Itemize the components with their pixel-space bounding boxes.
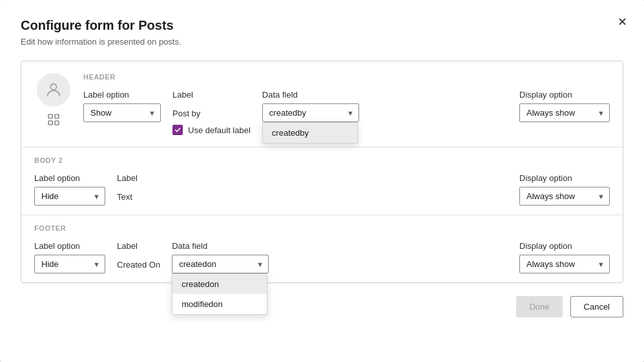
body2-section: BODY 2 Label option Hide Show ▼ Label bbox=[21, 147, 623, 215]
dialog-footer: Done Cancel bbox=[21, 296, 623, 317]
dialog-title: Configure form for Posts bbox=[21, 18, 623, 33]
footer-data-field-dropdown: createdon modifiedon bbox=[172, 273, 267, 315]
header-label-group: Label Post by Use default label bbox=[172, 90, 251, 135]
header-content: HEADER Label option Show Hide ▼ bbox=[83, 73, 610, 135]
footer-dropdown-item-createdon[interactable]: createdon bbox=[172, 274, 267, 294]
header-data-field-select-wrapper: createdby ▼ bbox=[262, 103, 359, 122]
header-dropdown-item-createdby[interactable]: createdby bbox=[263, 123, 357, 143]
footer-fields-row: Label option Hide Show ▼ Label Created O… bbox=[34, 241, 610, 273]
use-default-checkbox[interactable] bbox=[172, 125, 183, 135]
header-display-option-select[interactable]: Always show Hide bbox=[519, 103, 610, 122]
configure-dialog: Configure form for Posts Edit how inform… bbox=[0, 0, 644, 362]
avatar bbox=[37, 73, 70, 107]
header-use-default-row: Use default label bbox=[172, 125, 251, 135]
main-card: HEADER Label option Show Hide ▼ bbox=[21, 61, 623, 283]
footer-display-option-select[interactable]: Always show Hide bbox=[519, 255, 610, 273]
footer-data-field-select[interactable]: createdon modifiedon bbox=[172, 255, 269, 273]
footer-data-field-label: Data field bbox=[172, 241, 269, 251]
avatar-area bbox=[34, 73, 73, 127]
header-label-option-select-wrapper: Show Hide ▼ bbox=[83, 103, 161, 122]
header-data-field-label: Data field bbox=[262, 90, 359, 100]
checkmark-icon bbox=[174, 127, 181, 133]
footer-label-option-label: Label option bbox=[34, 241, 105, 251]
header-display-option-select-wrapper: Always show Hide ▼ bbox=[519, 103, 610, 122]
header-display-option-group: Display option Always show Hide ▼ bbox=[519, 90, 610, 122]
footer-data-field-select-wrapper: createdon modifiedon ▼ bbox=[172, 255, 269, 273]
header-label-text: Post by bbox=[172, 103, 251, 118]
footer-display-option-label: Display option bbox=[519, 241, 610, 251]
svg-rect-3 bbox=[48, 121, 52, 125]
header-data-field-select[interactable]: createdby bbox=[262, 103, 359, 122]
header-label-label: Label bbox=[172, 90, 251, 100]
svg-rect-4 bbox=[55, 121, 59, 125]
body2-label-group: Label Text bbox=[117, 173, 138, 202]
body2-display-option-select[interactable]: Always show Hide bbox=[519, 187, 610, 206]
svg-rect-2 bbox=[55, 114, 59, 118]
done-button[interactable]: Done bbox=[516, 296, 562, 317]
close-button[interactable]: ✕ bbox=[613, 13, 631, 31]
body2-display-option-select-wrapper: Always show Hide ▼ bbox=[519, 187, 610, 206]
person-icon bbox=[45, 81, 63, 99]
footer-section-label: FOOTER bbox=[34, 224, 610, 232]
svg-point-0 bbox=[50, 84, 56, 90]
body2-display-option-label: Display option bbox=[519, 173, 610, 183]
header-label-option-group: Label option Show Hide ▼ bbox=[83, 90, 161, 122]
header-data-field-dropdown: createdby bbox=[262, 122, 358, 144]
header-display-option-label: Display option bbox=[519, 90, 610, 100]
body2-label-option-select[interactable]: Hide Show bbox=[34, 187, 105, 206]
grid-icon bbox=[46, 112, 61, 127]
header-label-option-label: Label option bbox=[83, 90, 161, 100]
body2-label-text: Text bbox=[117, 187, 138, 202]
footer-display-option-group: Display option Always show Hide ▼ bbox=[519, 241, 610, 273]
footer-label-option-select[interactable]: Hide Show bbox=[34, 255, 105, 273]
footer-label-label: Label bbox=[117, 241, 160, 251]
footer-label-option-select-wrapper: Hide Show ▼ bbox=[34, 255, 105, 273]
body2-section-label: BODY 2 bbox=[34, 156, 610, 164]
header-fields-row: Label option Show Hide ▼ Label Post by bbox=[83, 90, 610, 135]
body2-label-label: Label bbox=[117, 173, 138, 183]
header-label-option-select[interactable]: Show Hide bbox=[83, 103, 161, 122]
use-default-label: Use default label bbox=[188, 125, 251, 135]
footer-label-group: Label Created On bbox=[117, 241, 160, 270]
body2-label-option-group: Label option Hide Show ▼ bbox=[34, 173, 105, 206]
body2-label-option-select-wrapper: Hide Show ▼ bbox=[34, 187, 105, 206]
header-section-label: HEADER bbox=[83, 73, 610, 81]
footer-label-option-group: Label option Hide Show ▼ bbox=[34, 241, 105, 273]
footer-display-option-select-wrapper: Always show Hide ▼ bbox=[519, 255, 610, 273]
body2-display-option-group: Display option Always show Hide ▼ bbox=[519, 173, 610, 206]
header-data-field-group: Data field createdby ▼ createdby bbox=[262, 90, 359, 122]
header-section: HEADER Label option Show Hide ▼ bbox=[21, 61, 623, 147]
close-icon: ✕ bbox=[618, 15, 627, 29]
dialog-subtitle: Edit how information is presented on pos… bbox=[21, 37, 623, 47]
footer-label-text: Created On bbox=[117, 255, 160, 270]
svg-rect-1 bbox=[48, 114, 52, 118]
body2-label-option-label: Label option bbox=[34, 173, 105, 183]
footer-section: FOOTER Label option Hide Show ▼ Label bbox=[21, 215, 623, 282]
footer-data-field-group: Data field createdon modifiedon ▼ create… bbox=[172, 241, 269, 273]
body2-fields-row: Label option Hide Show ▼ Label Text bbox=[34, 173, 610, 206]
cancel-button[interactable]: Cancel bbox=[570, 296, 623, 317]
footer-dropdown-item-modifiedon[interactable]: modifiedon bbox=[172, 294, 267, 314]
